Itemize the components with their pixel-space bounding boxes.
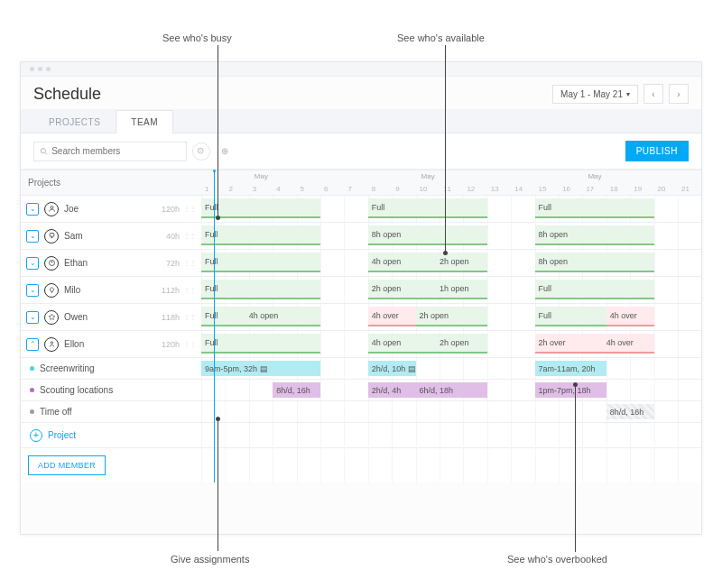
day-label: 13: [491, 185, 499, 193]
member-row[interactable]: ⌄ Owen 118h ⋮⋮: [21, 304, 201, 331]
member-hours: 40h: [166, 232, 180, 241]
assignment-block[interactable]: 2h/d, 4h: [368, 382, 416, 398]
callout-assignments: Give assignments: [171, 554, 249, 565]
expand-toggle[interactable]: ⌃: [26, 338, 39, 351]
tab-projects[interactable]: PROJECTS: [33, 110, 116, 133]
schedule-block[interactable]: Full4h open: [201, 307, 320, 326]
day-label: 19: [634, 185, 642, 193]
app-window: Schedule May 1 - May 21 ▾ ‹ › PROJECTS T…: [20, 61, 702, 535]
member-row[interactable]: ⌄ Ethan 72h ⋮⋮: [21, 250, 201, 277]
day-label: 2: [228, 185, 232, 193]
schedule-block[interactable]: 2h open: [416, 307, 487, 326]
expand-toggle[interactable]: ⌄: [26, 257, 39, 270]
subproject-row[interactable]: Screenwriting: [21, 358, 201, 380]
assignment-block[interactable]: 7am-11am, 20h: [535, 361, 606, 376]
schedule-block[interactable]: 8h open: [535, 225, 654, 245]
schedule-block[interactable]: Full: [535, 280, 654, 299]
svg-line-1: [45, 152, 47, 154]
schedule-block[interactable]: Full: [535, 198, 654, 218]
schedule-block[interactable]: Full: [201, 253, 320, 272]
timeline-row: Full4h open4h over2h openFull4h over: [201, 304, 701, 331]
schedule-block[interactable]: Full: [201, 334, 320, 354]
add-member-button[interactable]: ADD MEMBER: [28, 455, 106, 475]
assignment-block[interactable]: 8h/d, 16h: [273, 382, 320, 398]
member-name: Ellon: [64, 339, 84, 349]
avatar-icon: [44, 202, 59, 216]
member-hours: 118h: [162, 313, 180, 322]
expand-toggle[interactable]: ⌄: [26, 203, 39, 216]
member-row[interactable]: ⌄ Milo 112h ⋮⋮: [21, 277, 201, 304]
date-range-picker[interactable]: May 1 - May 21 ▾: [552, 85, 638, 104]
projects-header: Projects: [21, 170, 201, 196]
add-icon[interactable]: ⊕: [216, 142, 234, 161]
svg-point-4: [51, 207, 53, 209]
month-label: May: [421, 172, 435, 180]
day-label: 8: [372, 185, 375, 193]
member-name: Ethan: [64, 258, 88, 268]
day-label: 6: [324, 185, 328, 193]
assignment-block[interactable]: 8h/d, 16h: [606, 404, 654, 419]
add-project[interactable]: + Project: [21, 423, 201, 448]
assignment-block[interactable]: 6h/d, 18h: [416, 382, 487, 398]
drag-handle-icon[interactable]: ⋮⋮: [183, 262, 196, 265]
timeline-row: Full2h open1h openFull: [201, 277, 701, 304]
day-label: 3: [253, 185, 256, 193]
day-label: 4: [276, 185, 280, 193]
today-indicator: [214, 170, 215, 482]
callout-overbooked: See who's overbooked: [507, 554, 607, 565]
subproject-row[interactable]: Time off: [21, 401, 201, 423]
search-icon: [40, 147, 48, 156]
member-row[interactable]: ⌄ Joe 120h ⋮⋮: [21, 196, 201, 223]
drag-handle-icon[interactable]: ⋮⋮: [183, 289, 196, 292]
expand-toggle[interactable]: ⌄: [26, 311, 39, 324]
schedule-block[interactable]: 8h open: [368, 225, 487, 245]
timeline-subrow: 8h/d, 16h: [201, 401, 701, 423]
schedule-block[interactable]: 4h over: [368, 307, 416, 326]
callout-available: See who's available: [397, 32, 485, 43]
schedule-block[interactable]: Full: [368, 198, 487, 218]
search-input[interactable]: [33, 142, 187, 161]
month-label: May: [255, 172, 268, 180]
tab-team[interactable]: TEAM: [116, 110, 173, 133]
assignment-block[interactable]: 9am-5pm, 32h ▤: [201, 361, 320, 376]
prev-button[interactable]: ‹: [643, 84, 663, 104]
subproject-name: Screenwriting: [40, 363, 95, 373]
filter-icon[interactable]: [192, 142, 210, 161]
day-label: 14: [514, 185, 523, 193]
drag-handle-icon[interactable]: ⋮⋮: [183, 207, 196, 211]
schedule-block[interactable]: Full: [201, 280, 320, 299]
member-row[interactable]: ⌄ Sam 40h ⋮⋮: [21, 223, 201, 250]
expand-toggle[interactable]: ⌄: [26, 284, 39, 297]
day-label: 17: [586, 185, 594, 193]
expand-toggle[interactable]: ⌄: [26, 230, 39, 243]
svg-rect-5: [50, 234, 54, 237]
schedule-block[interactable]: 2h over4h over: [535, 334, 654, 354]
assignment-block[interactable]: 1pm-7pm, 18h: [535, 382, 606, 398]
timeline-row: Full4h open2h open8h open: [201, 250, 701, 277]
schedule-block[interactable]: 8h open: [535, 253, 654, 272]
schedule-block[interactable]: 4h open2h open: [368, 253, 487, 272]
drag-handle-icon[interactable]: ⋮⋮: [183, 234, 196, 238]
schedule-block[interactable]: 4h open2h open: [368, 334, 487, 354]
schedule-block[interactable]: Full: [201, 225, 320, 245]
member-row[interactable]: ⌃ Ellon 120h ⋮⋮: [21, 331, 201, 358]
member-name: Sam: [64, 231, 83, 241]
schedule-block[interactable]: Full: [535, 307, 606, 326]
project-color-dot: [30, 366, 34, 371]
publish-button[interactable]: PUBLISH: [625, 141, 689, 161]
svg-point-7: [49, 261, 54, 266]
subproject-row[interactable]: Scouting locations: [21, 380, 201, 401]
subproject-name: Time off: [40, 407, 72, 417]
drag-handle-icon[interactable]: ⋮⋮: [183, 316, 196, 319]
callout-busy: See who's busy: [162, 32, 232, 43]
day-label: 20: [658, 185, 666, 193]
schedule-block[interactable]: 4h over: [606, 307, 654, 326]
member-name: Joe: [64, 204, 79, 214]
day-label: 10: [420, 185, 428, 193]
schedule-block[interactable]: 2h open1h open: [368, 280, 487, 299]
next-button[interactable]: ›: [669, 84, 689, 104]
drag-handle-icon[interactable]: ⋮⋮: [183, 343, 196, 346]
assignment-block[interactable]: 2h/d, 10h ▤: [368, 361, 416, 376]
member-hours: 120h: [162, 205, 180, 214]
avatar-icon: [44, 337, 59, 352]
